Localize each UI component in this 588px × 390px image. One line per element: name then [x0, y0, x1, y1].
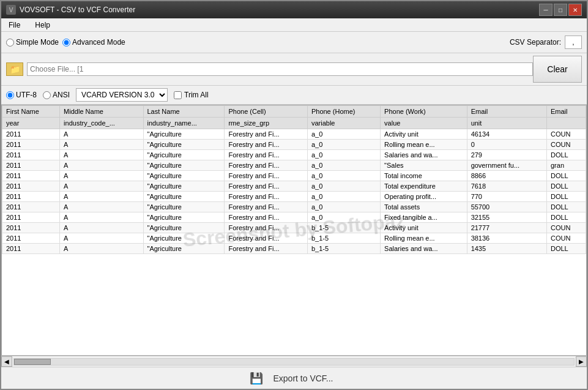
- toolbar: Simple Mode Advanced Mode CSV Separator:: [1, 32, 587, 53]
- table-cell: DOLL: [546, 244, 586, 254]
- export-button[interactable]: Export to VCF...: [268, 371, 338, 386]
- table-row: 2011A"AgricultureForestry and Fi...a_0"S…: [2, 160, 586, 171]
- table-cell: A: [60, 233, 143, 244]
- clear-button[interactable]: Clear: [533, 56, 582, 83]
- table-cell: 2011: [2, 244, 60, 254]
- table-cell: 2011: [2, 150, 60, 160]
- table-cell: "Agriculture: [143, 160, 225, 171]
- col-subheader-variable: variable: [307, 118, 380, 129]
- encoding-row: UTF-8 ANSI VCARD VERSION 3.0 VCARD VERSI…: [1, 86, 587, 105]
- ansi-radio[interactable]: [43, 91, 51, 99]
- table-cell: Rolling mean e...: [381, 140, 467, 150]
- table-cell: Forestry and Fi...: [225, 244, 307, 254]
- table-cell: a_0: [307, 181, 380, 192]
- table-cell: Forestry and Fi...: [225, 202, 307, 212]
- table-cell: 2011: [2, 140, 60, 150]
- title-bar: V VOVSOFT - CSV to VCF Converter ─ □ ✕: [1, 1, 587, 18]
- browse-folder-button[interactable]: 📁: [6, 62, 23, 76]
- table-cell: 1435: [467, 244, 546, 254]
- table-cell: Salaries and wa...: [381, 244, 467, 254]
- table-cell: Total assets: [381, 202, 467, 212]
- table-row: 2011A"AgricultureForestry and Fi...b_1-5…: [2, 244, 586, 254]
- table-cell: a_0: [307, 129, 380, 140]
- table-subheader-row: year industry_code_... industry_name... …: [2, 118, 586, 129]
- col-subheader-rme: rme_size_grp: [225, 118, 307, 129]
- col-header-phonehome: Phone (Home): [307, 106, 380, 118]
- table-cell: 8866: [467, 171, 546, 181]
- table-body: 2011A"AgricultureForestry and Fi...a_0Ac…: [2, 129, 586, 254]
- table-cell: "Agriculture: [143, 233, 225, 244]
- menu-file[interactable]: File: [4, 20, 25, 31]
- table-cell: 21777: [467, 223, 546, 233]
- scroll-right-button[interactable]: ▶: [576, 356, 587, 367]
- ansi-label[interactable]: ANSI: [43, 91, 70, 99]
- table-cell: Total income: [381, 171, 467, 181]
- data-table-container[interactable]: Screenshot by Softopaz First Name Middle…: [1, 105, 587, 356]
- table-cell: a_0: [307, 212, 380, 223]
- table-cell: A: [60, 181, 143, 192]
- trim-all-group: Trim All: [174, 91, 209, 99]
- table-cell: Forestry and Fi...: [225, 212, 307, 223]
- advanced-mode-label[interactable]: Advanced Mode: [62, 38, 125, 47]
- col-subheader-value: value: [381, 118, 467, 129]
- scrollbar-thumb[interactable]: [14, 359, 51, 365]
- table-cell: b_1-5: [307, 233, 380, 244]
- table-cell: Forestry and Fi...: [225, 181, 307, 192]
- table-cell: A: [60, 129, 143, 140]
- simple-mode-label[interactable]: Simple Mode: [6, 38, 59, 47]
- col-header-email2: Email: [546, 106, 586, 118]
- vcard-version-select[interactable]: VCARD VERSION 3.0 VCARD VERSION 2.1 VCAR…: [76, 88, 168, 102]
- table-cell: A: [60, 171, 143, 181]
- table-cell: Forestry and Fi...: [225, 140, 307, 150]
- table-cell: 0: [467, 140, 546, 150]
- table-cell: DOLL: [546, 150, 586, 160]
- table-cell: COUN: [546, 223, 586, 233]
- table-cell: 7618: [467, 181, 546, 192]
- table-cell: A: [60, 192, 143, 202]
- utf8-label[interactable]: UTF-8: [6, 91, 37, 99]
- table-row: 2011A"AgricultureForestry and Fi...a_0To…: [2, 181, 586, 192]
- file-path-input[interactable]: [27, 62, 533, 76]
- col-header-phonework: Phone (Work): [381, 106, 467, 118]
- table-cell: a_0: [307, 171, 380, 181]
- table-cell: 2011: [2, 171, 60, 181]
- scroll-left-button[interactable]: ◀: [1, 356, 12, 367]
- advanced-mode-radio[interactable]: [62, 39, 70, 47]
- table-cell: Operating profit...: [381, 192, 467, 202]
- table-cell: Activity unit: [381, 223, 467, 233]
- file-left: 📁: [6, 56, 533, 83]
- table-cell: a_0: [307, 192, 380, 202]
- table-cell: COUN: [546, 233, 586, 244]
- maximize-button[interactable]: □: [554, 4, 567, 16]
- close-button[interactable]: ✕: [568, 4, 582, 16]
- col-header-lastname: Last Name: [143, 106, 225, 118]
- table-cell: Forestry and Fi...: [225, 160, 307, 171]
- utf8-radio[interactable]: [6, 91, 14, 99]
- table-row: 2011A"AgricultureForestry and Fi...a_0Sa…: [2, 150, 586, 160]
- table-cell: "Agriculture: [143, 129, 225, 140]
- table-cell: 2011: [2, 233, 60, 244]
- table-cell: Salaries and wa...: [381, 150, 467, 160]
- col-header-email1: Email: [467, 106, 546, 118]
- minimize-button[interactable]: ─: [539, 4, 553, 16]
- scrollbar-track[interactable]: [13, 358, 575, 366]
- simple-mode-radio[interactable]: [6, 39, 14, 47]
- table-cell: a_0: [307, 150, 380, 160]
- table-cell: A: [60, 160, 143, 171]
- table-cell: Forestry and Fi...: [225, 192, 307, 202]
- horizontal-scrollbar[interactable]: ◀ ▶: [1, 356, 587, 367]
- csv-separator-input[interactable]: [565, 36, 582, 49]
- table-cell: 2011: [2, 202, 60, 212]
- table-cell: "Agriculture: [143, 192, 225, 202]
- mode-group: Simple Mode Advanced Mode: [6, 38, 125, 47]
- col-header-phonecell: Phone (Cell): [225, 106, 307, 118]
- trim-all-checkbox[interactable]: [174, 91, 182, 99]
- col-subheader-extra: [546, 118, 586, 129]
- table-cell: 38136: [467, 233, 546, 244]
- table-cell: "Agriculture: [143, 181, 225, 192]
- table-cell: A: [60, 212, 143, 223]
- menu-help[interactable]: Help: [30, 20, 55, 31]
- table-cell: "Agriculture: [143, 212, 225, 223]
- menu-bar: File Help: [1, 18, 587, 32]
- save-icon[interactable]: 💾: [250, 372, 263, 385]
